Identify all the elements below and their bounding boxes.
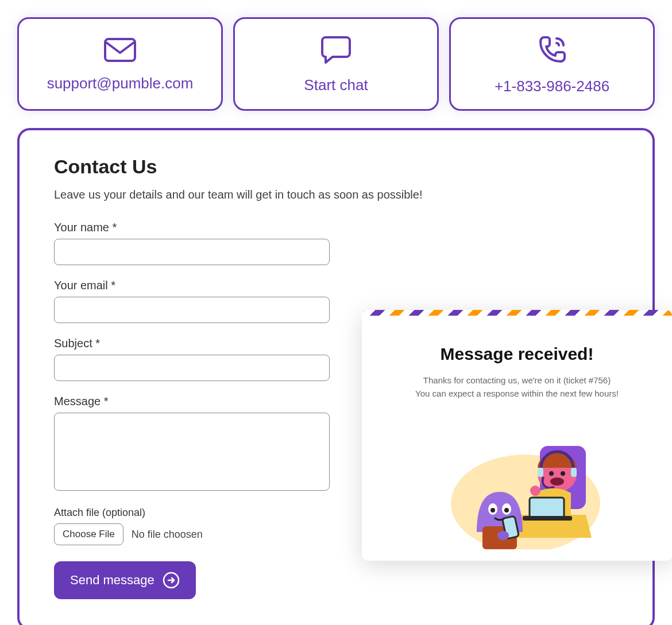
svg-rect-14 (523, 516, 572, 521)
envelope-stripe (362, 310, 672, 316)
svg-point-12 (530, 486, 540, 496)
svg-rect-0 (105, 39, 135, 61)
svg-rect-13 (530, 498, 564, 518)
svg-point-6 (561, 471, 565, 476)
svg-point-18 (491, 508, 495, 513)
no-file-text: No file choosen (132, 529, 203, 541)
form-subtitle: Leave us your details and our team will … (54, 188, 618, 201)
send-button-label: Send message (70, 573, 155, 588)
chat-icon (321, 36, 351, 76)
name-input[interactable] (54, 239, 330, 265)
contact-cards-row: support@pumble.com Start chat +1-833-986… (17, 17, 655, 111)
arrow-right-circle-icon (163, 572, 180, 589)
phone-text: +1-833-986-2486 (495, 77, 609, 95)
send-message-button[interactable]: Send message (54, 561, 196, 599)
phone-icon (537, 35, 567, 77)
email-card[interactable]: support@pumble.com (17, 17, 223, 111)
email-input[interactable] (54, 297, 330, 323)
phone-card[interactable]: +1-833-986-2486 (449, 17, 655, 111)
svg-rect-9 (571, 468, 577, 477)
popup-title: Message received! (379, 344, 655, 364)
message-received-popup: Message received! Thanks for contacting … (362, 310, 672, 561)
chat-card[interactable]: Start chat (233, 17, 439, 111)
popup-line2: You can expect a response within the nex… (379, 387, 655, 401)
svg-point-19 (504, 508, 509, 513)
page-title: Contact Us (54, 156, 618, 178)
popup-message: Thanks for contacting us, we're on it (t… (379, 374, 655, 400)
message-textarea[interactable] (54, 413, 330, 491)
svg-point-7 (550, 478, 564, 486)
choose-file-button[interactable]: Choose File (54, 523, 123, 545)
mail-icon (104, 38, 136, 75)
support-illustration (379, 423, 655, 549)
svg-rect-8 (538, 468, 543, 477)
subject-input[interactable] (54, 355, 330, 381)
email-label: Your email * (54, 279, 618, 292)
chat-text: Start chat (304, 76, 368, 94)
popup-line1: Thanks for contacting us, we're on it (t… (379, 374, 655, 387)
email-text: support@pumble.com (47, 75, 194, 92)
name-label: Your name * (54, 221, 618, 234)
svg-point-5 (549, 471, 554, 476)
svg-point-21 (497, 531, 509, 540)
